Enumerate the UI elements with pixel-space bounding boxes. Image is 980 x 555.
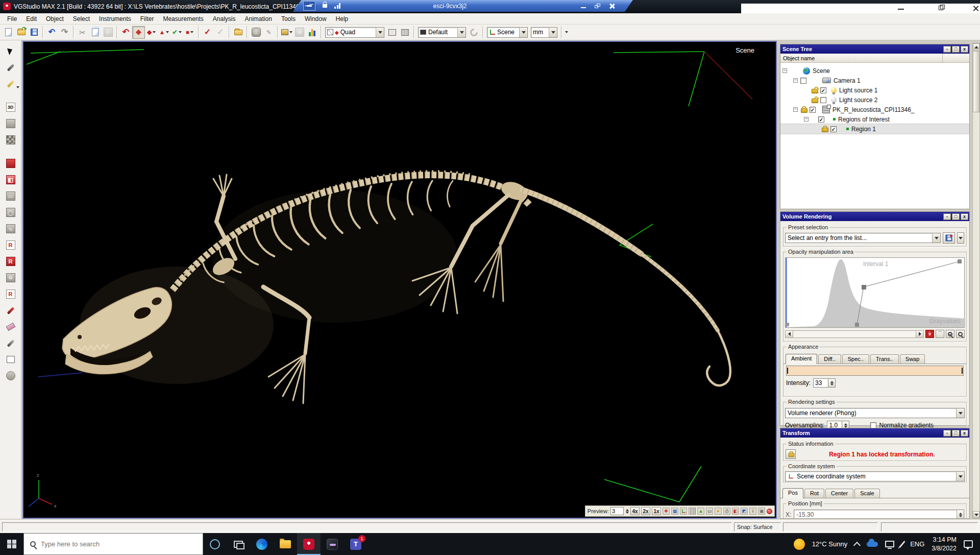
locked-icon[interactable] xyxy=(821,126,828,132)
tree-label[interactable]: Region 1 xyxy=(851,126,876,133)
viewport-snapshot-icon[interactable]: ▣ xyxy=(758,508,765,515)
viewport-info-icon[interactable]: i xyxy=(749,508,756,515)
menu-filter[interactable]: Filter xyxy=(136,14,158,23)
locked-icon[interactable] xyxy=(800,106,807,113)
unit-combo[interactable]: mm xyxy=(531,27,557,38)
transform-close-button[interactable]: x xyxy=(961,430,968,437)
layout-combo-arrow-icon[interactable] xyxy=(376,28,384,37)
viewport-camera-icon[interactable]: ⎙ xyxy=(723,508,730,515)
tree-row-region1[interactable]: Region 1 xyxy=(780,124,969,134)
onedrive-icon[interactable] xyxy=(867,542,878,547)
scroll-left-icon[interactable] xyxy=(786,331,793,337)
menu-select[interactable]: Select xyxy=(69,14,94,23)
tree-label[interactable]: Scene xyxy=(813,67,830,75)
vr-minimize-button[interactable]: - xyxy=(943,213,951,220)
pointer-tool-icon[interactable] xyxy=(4,44,17,58)
menu-analysis[interactable]: Analysis xyxy=(209,14,240,23)
scene-viewport[interactable]: z x xyxy=(22,41,777,519)
reset-transform-icon[interactable]: ↶ xyxy=(119,26,132,39)
taskbar-search[interactable] xyxy=(23,533,203,555)
zoom-2x-button[interactable]: 2x xyxy=(641,507,650,515)
weather-sun-icon[interactable] xyxy=(794,539,805,550)
edge-icon[interactable] xyxy=(250,533,274,555)
clock[interactable]: 3:14 PM 3/8/2022 xyxy=(932,536,957,553)
rotate-tool-icon[interactable]: ▲ xyxy=(158,26,170,39)
scrollbar-thumb[interactable] xyxy=(973,51,979,112)
scene-tree-maximize-button[interactable]: □ xyxy=(952,46,960,53)
viewport-bounding-box-icon[interactable]: ▭ xyxy=(706,508,713,515)
tree-row-light1[interactable]: Light source 1 xyxy=(780,85,969,95)
clipping-box-icon[interactable] xyxy=(280,26,293,39)
viewport-axes-icon[interactable] xyxy=(680,508,687,515)
unit-combo-arrow-icon[interactable] xyxy=(549,28,557,37)
histogram-icon[interactable] xyxy=(306,26,318,39)
registration-icon[interactable]: ✓ xyxy=(201,26,214,39)
roi-region-grow-icon[interactable]: R xyxy=(4,238,17,252)
light2-checkbox[interactable] xyxy=(820,97,826,103)
menu-file[interactable]: File xyxy=(3,14,21,23)
preview-spinner[interactable] xyxy=(626,509,629,514)
scroll-right-icon[interactable] xyxy=(916,331,923,337)
render-preset-arrow-icon[interactable] xyxy=(457,28,465,37)
menu-object[interactable]: Object xyxy=(42,14,68,23)
collapse-icon[interactable] xyxy=(782,68,787,73)
viewport-orientation-icon[interactable]: ▲ xyxy=(697,508,704,515)
collapse-icon[interactable] xyxy=(793,107,798,112)
tree-label[interactable]: PK_R_leucosticta_CPI11346_ xyxy=(832,106,915,113)
layout-combo[interactable]: ◆ Quad xyxy=(325,27,384,38)
object-name-column-header[interactable]: Object name xyxy=(780,54,943,62)
tree-label[interactable]: Light source 1 xyxy=(839,87,877,94)
intensity-value[interactable]: 33 xyxy=(813,378,828,388)
save-preset-arrow-icon[interactable] xyxy=(957,232,964,244)
scene-tree-minimize-button[interactable]: - xyxy=(943,46,951,53)
coord-combo-arrow-icon[interactable] xyxy=(956,472,964,481)
transform-minimize-button[interactable]: - xyxy=(943,430,951,437)
light1-checkbox[interactable] xyxy=(820,87,826,93)
microphone-tool-icon[interactable]: ⎙ xyxy=(250,26,262,39)
rdp-minimize-button[interactable] xyxy=(580,3,587,9)
empty-column-header[interactable] xyxy=(943,54,969,62)
teams-icon[interactable]: T1 xyxy=(344,533,368,555)
zoom-1x-button[interactable]: 1x xyxy=(652,507,661,515)
roi-region-red-icon[interactable]: R xyxy=(4,255,17,268)
pen-icon[interactable] xyxy=(899,540,905,547)
scroll-up-icon[interactable] xyxy=(973,43,979,51)
checker-view-icon[interactable] xyxy=(4,133,17,147)
panel-scrollbar[interactable] xyxy=(972,43,980,519)
rdp-pin-icon[interactable] xyxy=(303,1,315,11)
transform-lock-icon[interactable] xyxy=(786,449,796,459)
restore-button[interactable] xyxy=(934,5,949,12)
menu-tools[interactable]: Tools xyxy=(277,14,300,23)
network-display-icon[interactable] xyxy=(885,541,894,547)
tab-specular[interactable]: Spec.. xyxy=(842,354,869,364)
save-preset-icon[interactable]: P xyxy=(943,232,955,244)
translate-tool-icon[interactable]: ◆ xyxy=(145,26,158,39)
paste-icon[interactable]: ⎘ xyxy=(102,26,114,39)
collapse-icon[interactable] xyxy=(804,117,808,122)
tree-row-volume[interactable]: PK_R_leucosticta_CPI11346_ xyxy=(780,105,969,114)
menu-edit[interactable]: Edit xyxy=(22,14,41,23)
tab-pos[interactable]: Pos xyxy=(782,488,803,498)
clone-region-icon[interactable]: ⧉ xyxy=(4,271,17,284)
viewport-ruler-icon[interactable] xyxy=(689,508,696,515)
coordinate-combo[interactable]: Scene xyxy=(487,27,528,38)
wrench-icon[interactable] xyxy=(468,26,480,39)
tree-row-light2[interactable]: Light source 2 xyxy=(780,95,969,105)
opacity-histogram[interactable]: Interval 1 Grayvalues xyxy=(785,257,965,328)
tree-row-regions[interactable]: Regions of Interest xyxy=(780,114,969,124)
record-button[interactable] xyxy=(767,509,772,514)
grayvalue-scrollbar[interactable] xyxy=(785,330,924,338)
roi-region-alt-icon[interactable]: R xyxy=(4,287,17,301)
region1-checkbox[interactable] xyxy=(830,126,837,132)
pinned-app-icon[interactable] xyxy=(321,533,344,555)
zoom-4x-button[interactable]: 4x xyxy=(630,507,640,515)
save-project-icon[interactable] xyxy=(28,26,40,39)
tab-scale[interactable]: Scale xyxy=(854,489,880,498)
coordinate-combo-arrow-icon[interactable] xyxy=(519,28,527,37)
start-button[interactable] xyxy=(0,533,23,555)
rdp-signal-icon[interactable] xyxy=(334,3,340,9)
viewport-crosshair-icon[interactable]: ✚ xyxy=(663,508,670,515)
slice-view-icon[interactable] xyxy=(4,117,17,130)
unlocked-icon[interactable] xyxy=(811,87,818,93)
menu-instruments[interactable]: Instruments xyxy=(95,14,135,23)
